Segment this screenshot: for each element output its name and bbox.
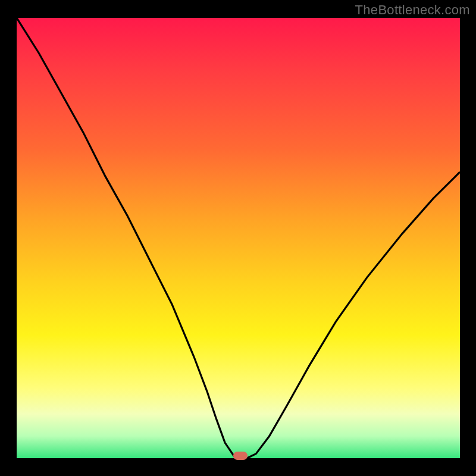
bottleneck-curve <box>17 18 460 458</box>
chart-frame: TheBottleneck.com <box>0 0 476 476</box>
watermark-text: TheBottleneck.com <box>355 2 470 18</box>
optimal-point-marker <box>233 452 248 460</box>
plot-area <box>17 18 460 458</box>
